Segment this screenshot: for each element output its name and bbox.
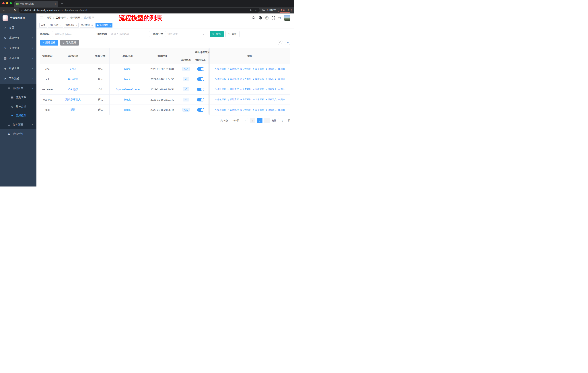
process-id-input[interactable] xyxy=(52,31,93,37)
browser-tab[interactable]: 芋道管理系统 × xyxy=(14,1,58,7)
help-icon[interactable]: ? xyxy=(265,16,268,20)
process-name-link[interactable]: 自己审批 xyxy=(68,78,78,81)
update-button[interactable]: 更新 xyxy=(280,9,285,12)
sidebar-item-workflow[interactable]: ⚑ 工作流程 ∧ xyxy=(0,74,36,84)
modify-process-link[interactable]: ✎修改流程 xyxy=(215,78,226,81)
form-info-link[interactable]: biubiu xyxy=(124,108,131,111)
sidebar-toggle-icon[interactable] xyxy=(40,16,43,19)
update-pill[interactable]: 更新 ⋮ xyxy=(278,8,292,13)
process-definition-link[interactable]: ⊕流程定义 xyxy=(266,108,276,111)
goto-page-input[interactable] xyxy=(278,118,286,123)
version-badge[interactable]: v2 xyxy=(183,77,189,81)
close-icon[interactable]: × xyxy=(60,24,61,26)
modify-process-link[interactable]: ✎修改流程 xyxy=(215,108,226,111)
version-badge[interactable]: v4 xyxy=(183,98,189,101)
form-info-link[interactable]: biubiu xyxy=(124,98,131,101)
sidebar-item-task-management[interactable]: ☑ 任务管理 ∨ xyxy=(0,120,36,129)
page-size-select[interactable]: 10条/页 ∨ xyxy=(230,118,248,123)
window-close-button[interactable] xyxy=(2,2,5,4)
design-process-link[interactable]: ◎设计流程 xyxy=(228,98,239,101)
next-page-button[interactable]: › xyxy=(264,118,270,123)
bookmark-star-icon[interactable]: ☆ xyxy=(255,9,257,12)
active-toggle[interactable] xyxy=(197,88,204,91)
sidebar-item-user-group[interactable]: ☺ 用户分组 xyxy=(0,102,36,111)
form-info-link[interactable]: biubiu xyxy=(124,68,131,71)
publish-process-link[interactable]: ➤发布流程 xyxy=(253,98,264,101)
back-icon[interactable]: ← xyxy=(2,9,5,12)
sidebar-item-leave-query[interactable]: ♟ 请假查询 xyxy=(0,129,36,138)
process-definition-link[interactable]: ⊕流程定义 xyxy=(266,78,276,81)
modify-process-link[interactable]: ✎修改流程 xyxy=(215,98,226,101)
design-process-link[interactable]: ◎设计流程 xyxy=(228,67,239,71)
publish-process-link[interactable]: ➤发布流程 xyxy=(253,67,264,71)
publish-process-link[interactable]: ➤发布流程 xyxy=(253,88,264,91)
process-category-select[interactable]: 流程分类 ∨ xyxy=(165,31,206,37)
forward-icon[interactable]: → xyxy=(8,9,11,12)
reset-button[interactable]: ↻ 重置 xyxy=(225,31,240,37)
publish-process-link[interactable]: ➤发布流程 xyxy=(253,108,264,111)
close-icon[interactable]: × xyxy=(91,24,93,26)
font-size-icon[interactable]: TT xyxy=(278,16,281,20)
design-process-link[interactable]: ◎设计流程 xyxy=(228,108,239,111)
tag-tenant-management[interactable]: 租户管理 × xyxy=(48,23,63,28)
user-avatar[interactable] xyxy=(284,15,290,20)
process-definition-link[interactable]: ⊕流程定义 xyxy=(266,67,276,71)
fullscreen-icon[interactable] xyxy=(272,16,275,20)
page-1-button[interactable]: 1 xyxy=(257,118,262,123)
reload-icon[interactable]: ↻ xyxy=(13,9,16,12)
modify-process-link[interactable]: ✎修改流程 xyxy=(215,88,226,91)
process-definition-link[interactable]: ⊕流程定义 xyxy=(266,88,276,91)
assign-rule-link[interactable]: ⊞分配规则 xyxy=(240,108,251,111)
design-process-link[interactable]: ◎设计流程 xyxy=(228,88,239,91)
tag-process-form[interactable]: 流程表单 × xyxy=(80,23,94,28)
sidebar-item-process-model[interactable]: ✈ 流程模型 xyxy=(0,111,36,120)
new-tab-button[interactable]: + xyxy=(61,1,63,6)
sidebar-item-payment[interactable]: ¥ 支付管理 ∨ xyxy=(0,43,36,53)
form-info-link[interactable]: /bpm/oa/leave/create xyxy=(116,88,140,91)
sidebar-item-system[interactable]: ⚙ 系统管理 ∨ xyxy=(0,33,36,43)
prev-page-button[interactable]: ‹ xyxy=(250,118,255,123)
search-button[interactable]: 搜索 xyxy=(210,31,224,37)
delete-link[interactable]: ⊠删除 xyxy=(278,98,285,101)
sidebar-item-devtools[interactable]: ◈ 研发工具 ∨ xyxy=(0,63,36,74)
delete-link[interactable]: ⊠删除 xyxy=(278,67,285,71)
sidebar-item-home[interactable]: ⌂ 首页 xyxy=(0,23,36,33)
version-badge[interactable]: v21 xyxy=(182,108,189,112)
process-name-link[interactable]: 测试多审批人 xyxy=(65,98,81,101)
sidebar-item-process-form[interactable]: ▤ 流程表单 xyxy=(0,93,36,102)
assign-rule-link[interactable]: ⊞分配规则 xyxy=(240,88,251,91)
design-process-link[interactable]: ◎设计流程 xyxy=(228,78,239,81)
sidebar-item-process-management[interactable]: ≣ 流程管理 ∧ xyxy=(0,84,36,93)
tag-my-process[interactable]: 我的流程 × xyxy=(64,23,79,28)
modify-process-link[interactable]: ✎修改流程 xyxy=(215,67,226,71)
close-icon[interactable]: × xyxy=(76,24,77,26)
password-key-icon[interactable] xyxy=(250,9,252,11)
process-name-link[interactable]: OA 请假 xyxy=(68,88,78,91)
process-definition-link[interactable]: ⊕流程定义 xyxy=(266,98,276,101)
process-name-input[interactable] xyxy=(109,31,150,37)
assign-rule-link[interactable]: ⊞分配规则 xyxy=(240,98,251,101)
version-badge[interactable]: v5 xyxy=(183,87,189,91)
security-label[interactable]: 不安全 xyxy=(24,9,32,12)
tag-process-model[interactable]: 流程模型 × xyxy=(95,23,113,28)
browser-menu-icon[interactable]: ⋮ xyxy=(286,9,291,12)
active-toggle[interactable] xyxy=(197,108,204,112)
tab-close-icon[interactable]: × xyxy=(55,2,56,5)
assign-rule-link[interactable]: ⊞分配规则 xyxy=(240,78,251,81)
tag-home[interactable]: 首页 xyxy=(39,23,47,28)
active-toggle[interactable] xyxy=(197,77,204,81)
active-toggle[interactable] xyxy=(197,67,204,71)
refresh-table-button[interactable]: ↻ xyxy=(285,40,290,45)
create-process-button[interactable]: + 新建流程 xyxy=(40,40,58,46)
close-icon[interactable]: × xyxy=(110,24,111,26)
assign-rule-link[interactable]: ⊞分配规则 xyxy=(240,67,251,71)
security-warning-icon[interactable]: ⚠ xyxy=(21,9,23,11)
import-process-button[interactable]: ↥ 导入流程 xyxy=(60,40,79,46)
url-omnibox[interactable]: ⚠ 不安全 dashboard.yudao.iocoder.cn/bpm/man… xyxy=(19,8,260,13)
delete-link[interactable]: ⊠删除 xyxy=(278,78,285,81)
github-icon[interactable] xyxy=(258,16,262,20)
process-name-link[interactable]: 滔博 xyxy=(71,108,76,111)
breadcrumb-process-management[interactable]: 流程管理 xyxy=(70,16,80,20)
delete-link[interactable]: ⊠删除 xyxy=(278,108,285,111)
toggle-search-button[interactable] xyxy=(278,40,283,45)
